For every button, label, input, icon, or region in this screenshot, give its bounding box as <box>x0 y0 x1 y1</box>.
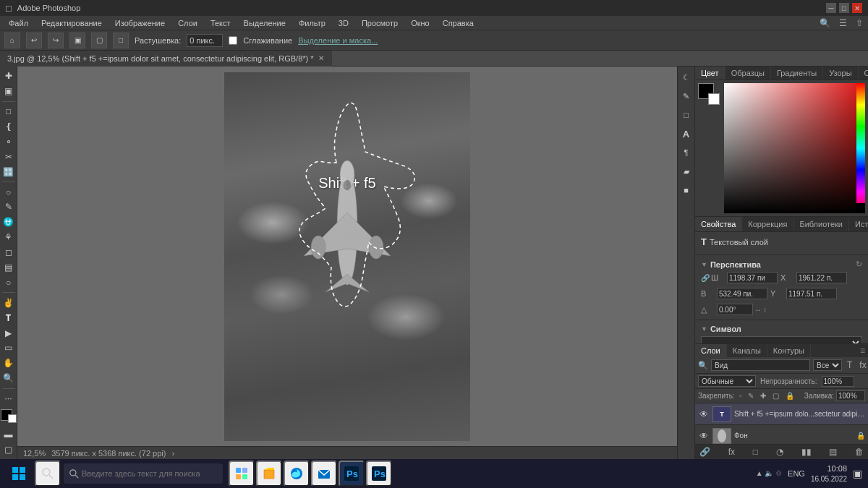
crop-tool[interactable]: ✂ <box>1 150 17 163</box>
history-fwd-button[interactable]: ↪ <box>48 33 64 48</box>
new-layer-btn[interactable]: ▤ <box>829 447 837 457</box>
color-swatches[interactable] <box>698 83 720 105</box>
tab-swatches[interactable]: Образцы <box>726 67 771 80</box>
layers-menu[interactable]: ≡ <box>857 344 868 357</box>
text-tool[interactable]: T <box>1 311 17 325</box>
history-brush-tool[interactable]: ⚘ <box>1 231 17 244</box>
pen-tool[interactable]: ✌ <box>1 296 17 309</box>
angle-input[interactable] <box>717 304 753 315</box>
menu-edit[interactable]: Редактирование <box>35 17 108 29</box>
lock-move[interactable]: ✚ <box>758 391 768 401</box>
zoom-tool[interactable]: 🔍 <box>1 372 17 385</box>
menu-view[interactable]: Просмотр <box>356 17 404 29</box>
artboard-tool[interactable]: ▣ <box>1 85 17 98</box>
quick-mask-button[interactable]: ▬ <box>1 427 17 441</box>
notification-btn[interactable]: ▣ <box>853 468 862 479</box>
history-right-btn[interactable]: ☾ <box>678 69 694 85</box>
menu-image[interactable]: Изображение <box>109 17 171 29</box>
menu-file[interactable]: Файл <box>3 17 34 29</box>
tab-libraries[interactable]: Библиотеки <box>793 217 849 231</box>
tab-corrections[interactable]: Коррекция <box>742 217 793 231</box>
taskbar-ps-btn[interactable]: Ps <box>339 461 365 487</box>
home-button[interactable]: ⌂ <box>4 33 20 48</box>
taskbar-search-box[interactable] <box>64 463 223 484</box>
eyedropper-tool[interactable]: 🔡 <box>1 165 17 179</box>
maximize-button[interactable]: □ <box>839 3 849 13</box>
layer-filter-type[interactable]: T <box>845 359 854 371</box>
para-btn[interactable]: ¶ <box>678 145 694 160</box>
measurement-btn[interactable]: ■ <box>678 182 694 198</box>
mask-btn[interactable]: □ <box>753 447 758 457</box>
tab-channels[interactable]: Каналы <box>727 344 767 357</box>
taskbar-files-btn[interactable] <box>256 461 282 487</box>
menu-help[interactable]: Справка <box>437 17 480 29</box>
tab-layers[interactable]: Слои <box>695 344 727 357</box>
screen-mode-button[interactable]: ▢ <box>1 442 17 456</box>
blend-mode-select[interactable]: Обычные <box>698 375 756 387</box>
layer-item-text[interactable]: 👁 T Shift + f5 +=ipsum dolo...sectetur a… <box>695 403 868 425</box>
lock-transparent[interactable]: ◦ <box>737 391 744 401</box>
taskbar-ps2-btn[interactable]: Ps <box>366 461 392 487</box>
opacity-input[interactable] <box>822 376 854 387</box>
search-button[interactable]: 🔍 <box>817 17 833 29</box>
lock-paint[interactable]: ✎ <box>746 391 756 401</box>
snap-button[interactable]: ▢ <box>91 33 107 48</box>
layers-search-input[interactable] <box>711 359 810 371</box>
quick-select-tool[interactable]: ⚬ <box>1 134 17 148</box>
width-input[interactable] <box>727 272 778 283</box>
link-layers-btn[interactable]: 🔗 <box>699 447 710 457</box>
move-tool[interactable]: ✚ <box>1 69 17 83</box>
flip-h-icon[interactable]: ↔ <box>754 306 762 314</box>
fx-btn[interactable]: fx <box>728 447 735 457</box>
foreground-color[interactable] <box>1 409 17 423</box>
lock-artboard[interactable]: ▢ <box>770 391 781 401</box>
taskbar-mail-btn[interactable] <box>311 461 337 487</box>
taskbar-widgets-btn[interactable] <box>229 461 255 487</box>
shape-tool[interactable]: ▭ <box>1 341 17 355</box>
layer-item-bg[interactable]: 👁 Фон 🔒 <box>695 425 868 444</box>
tab-patterns[interactable]: Узоры <box>823 67 858 80</box>
menu-text[interactable]: Текст <box>205 17 237 29</box>
delete-layer-btn[interactable]: 🗑 <box>855 447 864 457</box>
flip-v-icon[interactable]: ↕ <box>763 306 767 314</box>
menu-select[interactable]: Выделение <box>238 17 292 29</box>
extras-button[interactable]: □ <box>113 33 129 48</box>
perspective-reset[interactable]: ↻ <box>856 260 862 269</box>
tab-history[interactable]: История <box>849 217 868 231</box>
spot-heal-tool[interactable]: ○ <box>1 185 17 199</box>
workspace-button[interactable]: ☰ <box>837 17 849 29</box>
fill-input[interactable] <box>836 390 865 401</box>
path-select-tool[interactable]: ▶ <box>1 326 17 340</box>
history-back-button[interactable]: ↩ <box>26 33 42 48</box>
3d-right-btn[interactable]: ▰ <box>678 163 694 179</box>
search-taskbar-btn[interactable] <box>35 461 61 487</box>
menu-filter[interactable]: Фильтр <box>293 17 331 29</box>
lasso-tool[interactable]: ❴ <box>1 120 17 134</box>
menu-window[interactable]: Окно <box>405 17 435 29</box>
arrange-button[interactable]: ▣ <box>69 33 85 48</box>
menu-layers[interactable]: Слои <box>172 17 203 29</box>
x-input[interactable] <box>796 272 847 283</box>
tab-actions[interactable]: Операции <box>859 67 868 80</box>
char-styles-btn[interactable]: A <box>678 126 694 142</box>
y-input[interactable] <box>786 288 837 299</box>
lock-all[interactable]: 🔒 <box>783 391 796 401</box>
symbol-select[interactable] <box>701 336 862 343</box>
taskbar-search-input[interactable] <box>82 469 212 478</box>
tab-properties[interactable]: Свойства <box>695 217 742 231</box>
feather-input[interactable] <box>187 34 223 47</box>
brush-tool[interactable]: ✎ <box>1 200 17 214</box>
layer-filter-fx[interactable]: fx <box>857 359 868 371</box>
adjustment-btn[interactable]: ◔ <box>776 447 783 457</box>
share-button[interactable]: ⇧ <box>854 17 865 29</box>
hand-tool[interactable]: ✋ <box>1 356 17 370</box>
layer-visibility-text[interactable]: 👁 <box>698 408 710 420</box>
extra-tools-button[interactable]: ··· <box>1 392 17 406</box>
minimize-button[interactable]: ─ <box>826 3 836 13</box>
color-gradient-picker[interactable] <box>724 83 865 213</box>
brush-settings-btn[interactable]: ✎ <box>678 88 694 104</box>
gradient-tool[interactable]: ▤ <box>1 261 17 275</box>
document-tab[interactable]: 3.jpg @ 12,5% (Shift + f5 +=ipsum dolor … <box>0 51 332 67</box>
clone-tool[interactable]: ⛎ <box>1 215 17 229</box>
group-btn[interactable]: ▮▮ <box>801 447 812 457</box>
